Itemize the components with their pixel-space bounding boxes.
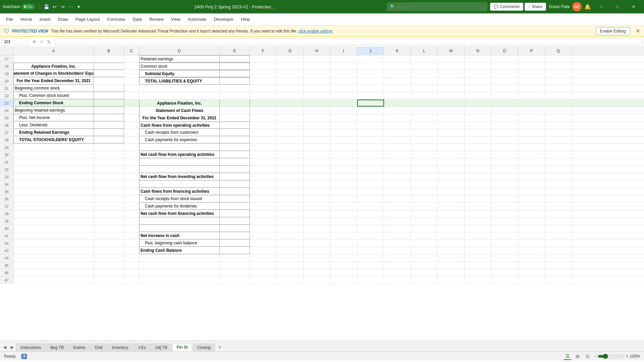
cell-E20[interactable]: [220, 77, 250, 84]
cell-O17[interactable]: [491, 55, 518, 62]
cell-C37[interactable]: [124, 203, 139, 210]
cell-G21[interactable]: [277, 85, 304, 92]
cell-B20[interactable]: [94, 77, 124, 84]
cell-A30[interactable]: [13, 151, 94, 158]
row-num[interactable]: 31: [0, 159, 13, 166]
cell-P25[interactable]: [518, 114, 545, 121]
menu-review[interactable]: Review: [146, 15, 167, 23]
cell-D42[interactable]: Plus: beginning cash balance: [139, 240, 220, 247]
cell-E22[interactable]: [220, 92, 250, 99]
cell-I22[interactable]: [330, 92, 357, 99]
cell-K35[interactable]: [384, 188, 411, 195]
cell-C24[interactable]: [124, 107, 139, 114]
cell-M37[interactable]: [438, 203, 465, 210]
menu-home[interactable]: Home: [17, 15, 36, 23]
tab-fin-st[interactable]: Fin St: [172, 343, 192, 351]
cell-E35[interactable]: [220, 188, 250, 195]
cell-L46[interactable]: [411, 269, 438, 276]
cell-C30[interactable]: [124, 151, 139, 158]
cell-N29[interactable]: [465, 144, 491, 151]
cell-H41[interactable]: [304, 232, 330, 239]
save-icon[interactable]: 💾: [43, 3, 50, 10]
cell-G18[interactable]: [277, 63, 304, 70]
cell-G45[interactable]: [277, 262, 304, 269]
cell-K37[interactable]: [384, 203, 411, 210]
cell-E40[interactable]: [220, 225, 250, 232]
cell-B29[interactable]: [94, 144, 124, 151]
cell-B40[interactable]: [94, 225, 124, 232]
cell-K29[interactable]: [384, 144, 411, 151]
cell-D44[interactable]: [139, 254, 220, 261]
cell-N17[interactable]: [465, 55, 491, 62]
cell-F46[interactable]: [250, 269, 277, 276]
cell-P24[interactable]: [518, 107, 545, 114]
cell-A25[interactable]: Plus: Net Income: [13, 114, 94, 121]
menu-draw[interactable]: Draw: [54, 15, 71, 23]
cell-G31[interactable]: [277, 159, 304, 166]
cell-D26[interactable]: Cash flows from operating activities: [139, 122, 220, 129]
cell-G33[interactable]: [277, 173, 304, 180]
cell-K36[interactable]: [384, 195, 411, 202]
more-icon[interactable]: ⋯: [67, 3, 74, 10]
cell-Q30[interactable]: [545, 151, 572, 158]
col-header-E[interactable]: E: [220, 47, 250, 55]
row-num[interactable]: 34: [0, 181, 13, 188]
tab-j-es[interactable]: J-Es: [133, 344, 150, 351]
cell-D20[interactable]: TOTAL LIABILITIES & EQUITY: [139, 77, 220, 84]
row-num[interactable]: 37: [0, 203, 13, 210]
cell-I18[interactable]: [330, 63, 357, 70]
cell-C29[interactable]: [124, 144, 139, 151]
col-header-K[interactable]: K: [384, 47, 411, 55]
cell-C44[interactable]: [124, 254, 139, 261]
cell-C25[interactable]: [124, 114, 139, 121]
col-header-J[interactable]: J: [357, 47, 384, 55]
cell-H44[interactable]: [304, 254, 330, 261]
cell-B30[interactable]: [94, 151, 124, 158]
cell-M25[interactable]: [438, 114, 465, 121]
cell-A20[interactable]: For the Year Ended December 31, 2021: [13, 77, 94, 84]
cell-K39[interactable]: [384, 218, 411, 225]
cell-B43[interactable]: [94, 247, 124, 254]
cell-D40[interactable]: [139, 225, 220, 232]
cell-L19[interactable]: [411, 70, 438, 77]
add-sheet-button[interactable]: +: [216, 343, 224, 351]
cell-J37[interactable]: [357, 203, 384, 210]
cell-L28[interactable]: [411, 136, 438, 143]
cell-N22[interactable]: [465, 92, 491, 99]
cell-K33[interactable]: [384, 173, 411, 180]
cell-B45[interactable]: [94, 262, 124, 269]
cell-N37[interactable]: [465, 203, 491, 210]
cell-C45[interactable]: [124, 262, 139, 269]
cell-C39[interactable]: [124, 218, 139, 225]
cell-O32[interactable]: [491, 166, 518, 173]
cell-J20[interactable]: [357, 77, 384, 84]
cell-G23[interactable]: [277, 100, 304, 107]
cell-P37[interactable]: [518, 203, 545, 210]
cell-B46[interactable]: [94, 269, 124, 276]
cell-I23[interactable]: [330, 100, 357, 107]
cell-E45[interactable]: [220, 262, 250, 269]
cell-A23[interactable]: Ending Common Stock: [13, 100, 94, 107]
cell-Q24[interactable]: [545, 107, 572, 114]
cell-D39[interactable]: [139, 218, 220, 225]
cell-I42[interactable]: [330, 240, 357, 247]
cell-K47[interactable]: [384, 277, 411, 284]
cell-P26[interactable]: [518, 122, 545, 129]
cell-J42[interactable]: [357, 240, 384, 247]
cell-I31[interactable]: [330, 159, 357, 166]
cell-O22[interactable]: [491, 92, 518, 99]
col-header-L[interactable]: L: [411, 47, 438, 55]
cell-I39[interactable]: [330, 218, 357, 225]
cell-J23[interactable]: [357, 100, 384, 107]
cell-J25[interactable]: [357, 114, 384, 121]
cell-L40[interactable]: [411, 225, 438, 232]
cell-K20[interactable]: [384, 77, 411, 84]
cell-M36[interactable]: [438, 195, 465, 202]
cell-G27[interactable]: [277, 129, 304, 136]
cell-I20[interactable]: [330, 77, 357, 84]
cell-C22[interactable]: [124, 92, 139, 99]
cell-L18[interactable]: [411, 63, 438, 70]
row-num[interactable]: 28: [0, 136, 13, 143]
cell-J46[interactable]: [357, 269, 384, 276]
cell-P20[interactable]: [518, 77, 545, 84]
